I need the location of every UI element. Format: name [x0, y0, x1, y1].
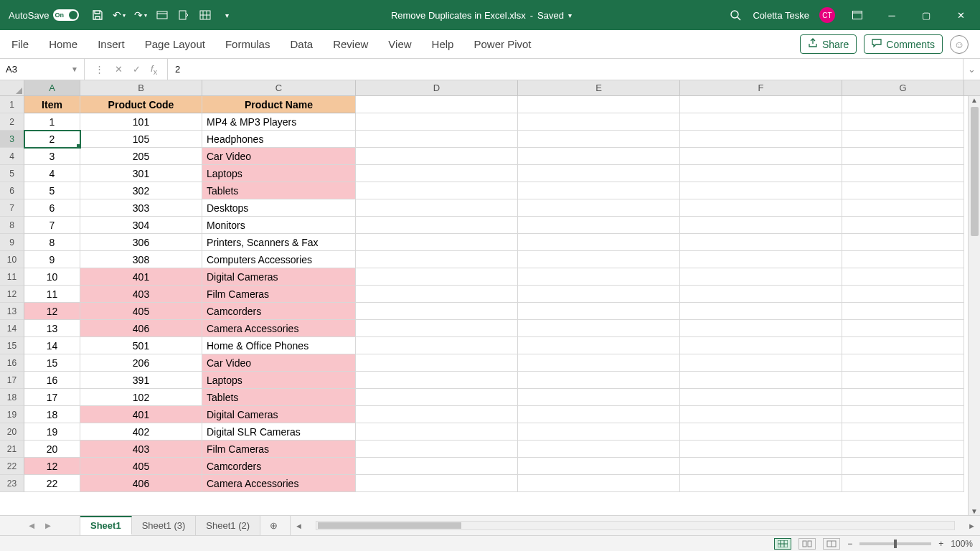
ribbon-tab-page-layout[interactable]: Page Layout [145, 38, 205, 50]
cell-F5[interactable] [680, 165, 842, 182]
sheet-prev-icon[interactable]: ◄ [27, 520, 37, 531]
maximize-icon[interactable]: ▢ [914, 0, 938, 30]
cell-C15[interactable]: Home & Office Phones [202, 337, 356, 354]
cell-B5[interactable]: 301 [80, 165, 202, 182]
cell-C1[interactable]: Product Name [202, 96, 356, 113]
cell-E10[interactable] [518, 251, 680, 268]
cell-E20[interactable] [518, 423, 680, 441]
cell-G14[interactable] [842, 320, 964, 337]
cell-C12[interactable]: Film Cameras [202, 286, 356, 303]
ribbon-tab-home[interactable]: Home [49, 38, 77, 50]
cell-A13[interactable]: 12 [24, 303, 80, 320]
cell-D6[interactable] [356, 182, 518, 199]
redo-icon[interactable]: ↷▾ [133, 8, 148, 22]
feedback-icon[interactable]: ☺ [950, 35, 969, 54]
cell-D15[interactable] [356, 337, 518, 354]
cell-A10[interactable]: 9 [24, 251, 80, 268]
cell-D10[interactable] [356, 251, 518, 268]
cell-A22[interactable]: 12 [24, 458, 80, 475]
cell-B21[interactable]: 403 [80, 441, 202, 458]
cell-F4[interactable] [680, 148, 842, 165]
row-header-17[interactable]: 17 [0, 372, 24, 389]
cell-E7[interactable] [518, 199, 680, 217]
cell-F2[interactable] [680, 113, 842, 131]
cell-B1[interactable]: Product Code [80, 96, 202, 113]
cell-G1[interactable] [842, 96, 964, 113]
cell-D14[interactable] [356, 320, 518, 337]
cell-E4[interactable] [518, 148, 680, 165]
cell-B17[interactable]: 391 [80, 372, 202, 389]
cell-E23[interactable] [518, 475, 680, 492]
name-box-dropdown-icon[interactable]: ▼ [71, 65, 78, 73]
cell-A1[interactable]: Item [24, 96, 80, 113]
cell-E3[interactable] [518, 131, 680, 148]
cell-B18[interactable]: 102 [80, 389, 202, 406]
column-header-D[interactable]: D [356, 80, 518, 95]
vertical-scrollbar[interactable]: ▲ ▼ [968, 96, 980, 515]
new-sheet-button[interactable]: ⊕ [260, 516, 286, 535]
hscroll-right-icon[interactable]: ► [968, 522, 976, 530]
cell-G20[interactable] [842, 423, 964, 441]
name-box[interactable]: A3 ▼ [0, 59, 85, 80]
cell-B22[interactable]: 405 [80, 458, 202, 475]
hscroll-thumb[interactable] [318, 522, 461, 529]
cell-D21[interactable] [356, 441, 518, 458]
hscroll-left-icon[interactable]: ◄ [295, 522, 303, 530]
horizontal-scrollbar[interactable]: ◄ ► [291, 516, 980, 535]
cell-F16[interactable] [680, 354, 842, 372]
cell-F12[interactable] [680, 286, 842, 303]
vscroll-thumb[interactable] [971, 107, 979, 236]
cell-C14[interactable]: Camera Accessories [202, 320, 356, 337]
page-break-view-button[interactable] [823, 538, 840, 550]
row-header-5[interactable]: 5 [0, 165, 24, 182]
cell-C16[interactable]: Car Video [202, 354, 356, 372]
sheet-next-icon[interactable]: ► [44, 520, 53, 531]
column-header-A[interactable]: A [24, 80, 80, 95]
cell-G8[interactable] [842, 217, 964, 234]
cell-C4[interactable]: Car Video [202, 148, 356, 165]
cell-A20[interactable]: 19 [24, 423, 80, 441]
cell-C2[interactable]: MP4 & MP3 Players [202, 113, 356, 131]
row-header-16[interactable]: 16 [0, 354, 24, 372]
cell-D8[interactable] [356, 217, 518, 234]
cell-E13[interactable] [518, 303, 680, 320]
cell-F19[interactable] [680, 406, 842, 423]
cell-A6[interactable]: 5 [24, 182, 80, 199]
cell-B20[interactable]: 402 [80, 423, 202, 441]
cell-D13[interactable] [356, 303, 518, 320]
row-header-18[interactable]: 18 [0, 389, 24, 406]
qat-icon-1[interactable] [155, 8, 169, 22]
row-header-23[interactable]: 23 [0, 475, 24, 492]
sheet-tab-2[interactable]: Sheet1 (2) [196, 516, 260, 535]
cell-D23[interactable] [356, 475, 518, 492]
cell-C10[interactable]: Computers Accessories [202, 251, 356, 268]
cell-C22[interactable]: Camcorders [202, 458, 356, 475]
page-layout-view-button[interactable] [798, 538, 816, 550]
cell-C17[interactable]: Laptops [202, 372, 356, 389]
zoom-in-button[interactable]: + [938, 539, 943, 549]
row-header-3[interactable]: 3 [0, 131, 24, 148]
cell-E9[interactable] [518, 234, 680, 251]
row-header-10[interactable]: 10 [0, 251, 24, 268]
cell-C5[interactable]: Laptops [202, 165, 356, 182]
qat-customize-icon[interactable]: ▾ [220, 8, 234, 22]
cell-B12[interactable]: 403 [80, 286, 202, 303]
comments-button[interactable]: Comments [864, 34, 943, 54]
cell-D5[interactable] [356, 165, 518, 182]
cell-G11[interactable] [842, 268, 964, 286]
column-header-B[interactable]: B [80, 80, 202, 95]
cell-D11[interactable] [356, 268, 518, 286]
cell-B11[interactable]: 401 [80, 268, 202, 286]
cell-G16[interactable] [842, 354, 964, 372]
row-header-13[interactable]: 13 [0, 303, 24, 320]
cell-E11[interactable] [518, 268, 680, 286]
cell-F18[interactable] [680, 389, 842, 406]
cell-G21[interactable] [842, 441, 964, 458]
saved-dropdown-icon[interactable]: ▾ [568, 11, 572, 19]
cell-A14[interactable]: 13 [24, 320, 80, 337]
cell-C13[interactable]: Camcorders [202, 303, 356, 320]
share-button[interactable]: Share [800, 34, 857, 54]
ribbon-display-icon[interactable] [845, 0, 870, 30]
cell-B4[interactable]: 205 [80, 148, 202, 165]
cell-G3[interactable] [842, 131, 964, 148]
